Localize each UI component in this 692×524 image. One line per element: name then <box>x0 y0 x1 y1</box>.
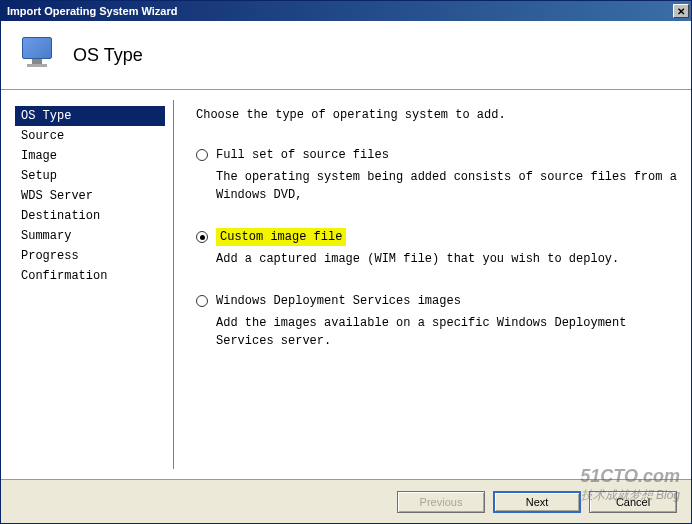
sidebar-item-setup[interactable]: Setup <box>15 166 173 186</box>
window-title: Import Operating System Wizard <box>7 5 177 17</box>
computer-icon <box>17 35 57 75</box>
radio-desc-custom-image: Add a captured image (WIM file) that you… <box>216 250 677 268</box>
sidebar-item-wds-server[interactable]: WDS Server <box>15 186 173 206</box>
next-button[interactable]: Next <box>493 491 581 513</box>
footer: Previous Next Cancel <box>1 479 691 523</box>
sidebar: OS Type Source Image Setup WDS Server De… <box>1 90 173 479</box>
radio-full-source[interactable] <box>196 149 208 161</box>
sidebar-item-destination[interactable]: Destination <box>15 206 173 226</box>
sidebar-item-image[interactable]: Image <box>15 146 173 166</box>
radio-desc-wds-images: Add the images available on a specific W… <box>216 314 677 350</box>
option-full-source: Full set of source files The operating s… <box>196 146 677 204</box>
close-button[interactable]: ✕ <box>673 4 689 18</box>
previous-button: Previous <box>397 491 485 513</box>
body-area: OS Type Source Image Setup WDS Server De… <box>1 90 691 479</box>
radio-desc-full-source: The operating system being added consist… <box>216 168 677 204</box>
prompt-text: Choose the type of operating system to a… <box>196 106 677 124</box>
content-area: Choose the type of operating system to a… <box>174 90 691 479</box>
page-title: OS Type <box>73 45 143 66</box>
sidebar-item-progress[interactable]: Progress <box>15 246 173 266</box>
sidebar-item-summary[interactable]: Summary <box>15 226 173 246</box>
radio-wds-images[interactable] <box>196 295 208 307</box>
radio-label-custom-image[interactable]: Custom image file <box>216 228 346 246</box>
header-panel: OS Type <box>1 21 691 90</box>
radio-label-full-source[interactable]: Full set of source files <box>216 146 389 164</box>
titlebar: Import Operating System Wizard ✕ <box>1 1 691 21</box>
sidebar-item-source[interactable]: Source <box>15 126 173 146</box>
radio-label-wds-images[interactable]: Windows Deployment Services images <box>216 292 461 310</box>
radio-custom-image[interactable] <box>196 231 208 243</box>
option-custom-image: Custom image file Add a captured image (… <box>196 228 677 268</box>
sidebar-item-os-type[interactable]: OS Type <box>15 106 165 126</box>
option-wds-images: Windows Deployment Services images Add t… <box>196 292 677 350</box>
cancel-button[interactable]: Cancel <box>589 491 677 513</box>
wizard-window: Import Operating System Wizard ✕ OS Type… <box>0 0 692 524</box>
sidebar-item-confirmation[interactable]: Confirmation <box>15 266 173 286</box>
